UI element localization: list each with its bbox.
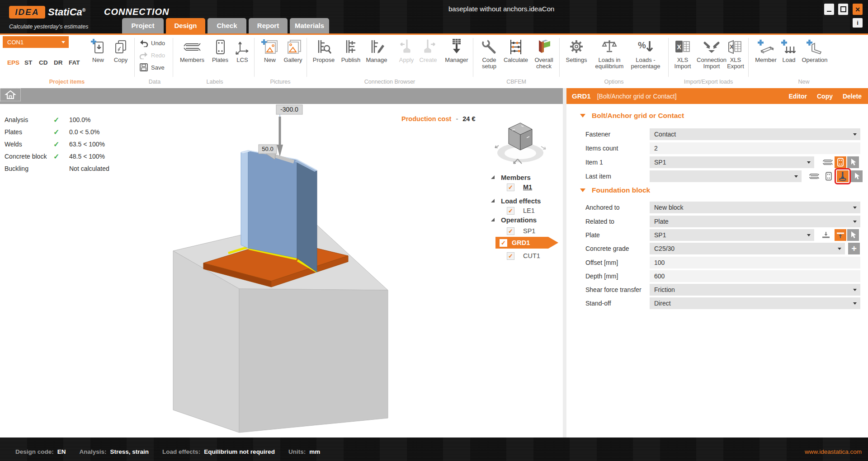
concrete-grade-dropdown[interactable]: C25/30 (650, 243, 845, 254)
settings-button[interactable]: Settings (563, 37, 590, 63)
tree-item-grd1-selected[interactable]: ✓ GRD1 (495, 237, 558, 249)
members-button[interactable]: Members (178, 37, 207, 63)
new-operation-button[interactable]: Operation (799, 37, 830, 63)
panel-divider[interactable] (563, 88, 566, 437)
plate-dropdown[interactable]: SP1 (650, 229, 814, 241)
stand-off-value: Direct (654, 300, 671, 307)
website-link[interactable]: www.ideastatica.com (805, 448, 862, 455)
item1-plate-select-button[interactable] (835, 156, 846, 168)
mode-st[interactable]: ST (24, 59, 32, 66)
model-scene[interactable]: -300.0 50.0 (136, 104, 407, 437)
section-bolt-anchor[interactable]: Bolt/Anchor grid or Contact (580, 112, 684, 120)
calculate-button[interactable]: Calculate (501, 37, 530, 63)
tree-item-cut1[interactable]: ✓ CUT1 (507, 251, 540, 261)
row-stand-off: Stand-off Direct (566, 297, 868, 309)
row-plate: Plate SP1 (566, 229, 868, 241)
new-picture-button[interactable]: New (258, 37, 282, 63)
delete-operation-button[interactable]: Delete (843, 93, 862, 100)
mode-fat[interactable]: FAT (69, 59, 80, 66)
code-setup-button[interactable]: Code setup (477, 37, 501, 70)
fastener-dropdown[interactable]: Contact (650, 128, 860, 140)
related-to-dropdown[interactable]: Plate (650, 216, 860, 227)
members-icon (178, 37, 207, 57)
editor-button[interactable]: Editor (789, 93, 807, 100)
home-view-button[interactable] (0, 88, 21, 101)
shear-force-transfer-dropdown[interactable]: Friction (650, 284, 860, 296)
checkbox-checked-icon[interactable]: ✓ (500, 239, 507, 247)
loads-percentage-button[interactable]: % Loads - percentage (628, 37, 663, 70)
check-icon: ✓ (53, 152, 59, 161)
checkbox-checked-icon[interactable]: ✓ (507, 207, 514, 215)
tab-check[interactable]: Check (208, 18, 246, 33)
undo-button[interactable]: Undo (139, 39, 165, 47)
last-item-member-select-button[interactable] (808, 170, 820, 182)
anchored-to-dropdown[interactable]: New block (650, 202, 860, 213)
connection-import-button[interactable]: Connection Import (694, 37, 729, 70)
tree-members-header[interactable]: Members (491, 172, 531, 182)
depth-input[interactable] (650, 270, 860, 282)
create-button[interactable]: Create (417, 37, 439, 63)
overall-check-button[interactable]: Overall check (531, 37, 557, 70)
tree-item-le1[interactable]: ✓ LE1 (507, 206, 535, 216)
plate-align-bottom-button[interactable] (835, 229, 846, 241)
manage-button[interactable]: Manage (363, 37, 390, 63)
mode-cd[interactable]: CD (39, 59, 48, 66)
tab-project[interactable]: Project (122, 18, 164, 33)
last-item-plate-select-button[interactable] (823, 170, 835, 182)
plate-align-top-button[interactable] (820, 229, 832, 241)
tree-load-effects-header[interactable]: Load effects (491, 196, 541, 206)
copy-project-item-button[interactable]: Copy (108, 37, 133, 63)
loads-in-equilibrium-button[interactable]: Loads in equilibrium (591, 37, 628, 70)
xls-import-button[interactable]: X XLS Import (671, 37, 694, 70)
publish-button[interactable]: Publish (338, 37, 363, 63)
tree-item-sp1[interactable]: ✓ SP1 (507, 226, 535, 236)
items-count-input[interactable] (650, 142, 860, 154)
new-member-button[interactable]: Member (752, 37, 779, 63)
plates-button[interactable]: Plates (208, 37, 233, 63)
tab-design[interactable]: Design (166, 18, 205, 33)
gallery-button[interactable]: Gallery (279, 37, 307, 63)
apply-button[interactable]: Apply (395, 37, 418, 63)
xls-export-button[interactable]: X XLS Export (724, 37, 747, 70)
checkbox-checked-icon[interactable]: ✓ (507, 183, 514, 191)
propose-button[interactable]: Propose (311, 37, 337, 63)
item1-member-select-button[interactable] (822, 156, 834, 168)
info-button[interactable]: i (853, 18, 863, 28)
checkbox-checked-icon[interactable]: ✓ (507, 252, 514, 260)
tab-report[interactable]: Report (249, 18, 288, 33)
dropdown-arrow-icon (838, 248, 841, 250)
beam-icon (822, 158, 833, 166)
new-load-button[interactable]: Load (778, 37, 799, 63)
plate-pick-button[interactable] (847, 229, 859, 241)
new-project-item-button[interactable]: New (85, 37, 111, 63)
navigation-cube[interactable] (494, 116, 547, 168)
lcs-button[interactable]: LCS (231, 37, 253, 63)
loads-pct-label-2: percentage (628, 63, 663, 70)
mode-dr[interactable]: DR (54, 59, 63, 66)
tree-operations-header[interactable]: Operations (491, 215, 537, 225)
minimize-button[interactable] (824, 4, 834, 15)
last-item-pick-button[interactable] (851, 170, 863, 182)
mode-eps[interactable]: EPS (7, 59, 19, 66)
manager-label: Manager (442, 57, 471, 63)
maximize-button[interactable] (838, 4, 848, 15)
ribbon-divider (668, 38, 669, 77)
close-button[interactable]: ✕ (853, 4, 863, 15)
item1-dropdown[interactable]: SP1 (650, 156, 814, 168)
offset-input[interactable] (650, 257, 860, 268)
stand-off-dropdown[interactable]: Direct (650, 297, 860, 309)
tab-materials[interactable]: Materials (290, 18, 329, 33)
row-fastener: Fastener Contact (566, 128, 868, 140)
save-button[interactable]: Save (139, 63, 165, 71)
last-item-dropdown[interactable] (650, 170, 802, 182)
manager-button[interactable]: Manager (442, 37, 471, 63)
section-foundation-block[interactable]: Foundation block (580, 186, 650, 194)
item1-pick-button[interactable] (847, 156, 859, 168)
checkbox-checked-icon[interactable]: ✓ (507, 227, 514, 235)
tree-m1-label[interactable]: M1 (523, 183, 532, 191)
redo-button[interactable]: Redo (139, 51, 165, 59)
add-concrete-grade-button[interactable]: + (848, 243, 860, 254)
copy-operation-button[interactable]: Copy (817, 93, 833, 100)
project-item-combobox[interactable]: CON1 (3, 36, 69, 48)
tree-item-m1[interactable]: ✓ M1 (507, 182, 532, 192)
